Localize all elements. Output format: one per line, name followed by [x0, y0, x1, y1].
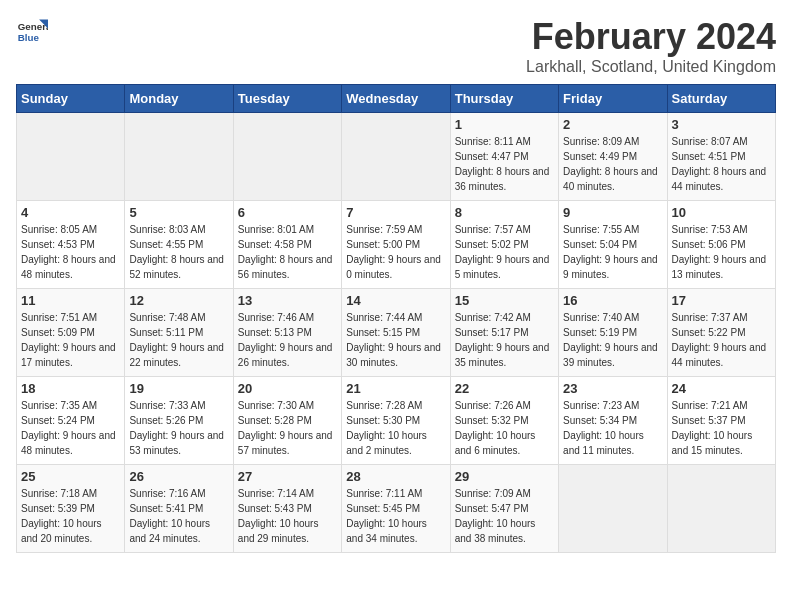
- calendar-day-cell: 26Sunrise: 7:16 AMSunset: 5:41 PMDayligh…: [125, 465, 233, 553]
- title-area: February 2024 Larkhall, Scotland, United…: [526, 16, 776, 76]
- day-info: Sunrise: 7:33 AMSunset: 5:26 PMDaylight:…: [129, 398, 228, 458]
- day-info: Sunrise: 7:11 AMSunset: 5:45 PMDaylight:…: [346, 486, 445, 546]
- calendar-day-cell: [342, 113, 450, 201]
- day-info: Sunrise: 7:55 AMSunset: 5:04 PMDaylight:…: [563, 222, 662, 282]
- day-number: 12: [129, 293, 228, 308]
- day-info: Sunrise: 8:01 AMSunset: 4:58 PMDaylight:…: [238, 222, 337, 282]
- calendar-table: SundayMondayTuesdayWednesdayThursdayFrid…: [16, 84, 776, 553]
- day-info: Sunrise: 7:30 AMSunset: 5:28 PMDaylight:…: [238, 398, 337, 458]
- day-number: 9: [563, 205, 662, 220]
- day-number: 27: [238, 469, 337, 484]
- calendar-day-cell: 8Sunrise: 7:57 AMSunset: 5:02 PMDaylight…: [450, 201, 558, 289]
- day-info: Sunrise: 7:14 AMSunset: 5:43 PMDaylight:…: [238, 486, 337, 546]
- calendar-day-cell: 7Sunrise: 7:59 AMSunset: 5:00 PMDaylight…: [342, 201, 450, 289]
- day-info: Sunrise: 7:35 AMSunset: 5:24 PMDaylight:…: [21, 398, 120, 458]
- calendar-day-cell: 2Sunrise: 8:09 AMSunset: 4:49 PMDaylight…: [559, 113, 667, 201]
- calendar-day-cell: 12Sunrise: 7:48 AMSunset: 5:11 PMDayligh…: [125, 289, 233, 377]
- day-number: 10: [672, 205, 771, 220]
- weekday-header-cell: Thursday: [450, 85, 558, 113]
- day-info: Sunrise: 7:59 AMSunset: 5:00 PMDaylight:…: [346, 222, 445, 282]
- day-number: 13: [238, 293, 337, 308]
- day-number: 14: [346, 293, 445, 308]
- day-info: Sunrise: 7:18 AMSunset: 5:39 PMDaylight:…: [21, 486, 120, 546]
- calendar-day-cell: 5Sunrise: 8:03 AMSunset: 4:55 PMDaylight…: [125, 201, 233, 289]
- weekday-header-cell: Sunday: [17, 85, 125, 113]
- day-info: Sunrise: 7:42 AMSunset: 5:17 PMDaylight:…: [455, 310, 554, 370]
- day-number: 22: [455, 381, 554, 396]
- calendar-day-cell: 22Sunrise: 7:26 AMSunset: 5:32 PMDayligh…: [450, 377, 558, 465]
- day-info: Sunrise: 8:11 AMSunset: 4:47 PMDaylight:…: [455, 134, 554, 194]
- day-number: 8: [455, 205, 554, 220]
- day-number: 19: [129, 381, 228, 396]
- calendar-day-cell: 27Sunrise: 7:14 AMSunset: 5:43 PMDayligh…: [233, 465, 341, 553]
- day-number: 20: [238, 381, 337, 396]
- day-number: 21: [346, 381, 445, 396]
- calendar-subtitle: Larkhall, Scotland, United Kingdom: [526, 58, 776, 76]
- day-number: 16: [563, 293, 662, 308]
- weekday-header-cell: Friday: [559, 85, 667, 113]
- weekday-header-cell: Wednesday: [342, 85, 450, 113]
- calendar-day-cell: 25Sunrise: 7:18 AMSunset: 5:39 PMDayligh…: [17, 465, 125, 553]
- logo-icon: General Blue: [16, 16, 48, 48]
- calendar-day-cell: 16Sunrise: 7:40 AMSunset: 5:19 PMDayligh…: [559, 289, 667, 377]
- svg-text:Blue: Blue: [18, 32, 40, 43]
- day-number: 11: [21, 293, 120, 308]
- calendar-day-cell: 4Sunrise: 8:05 AMSunset: 4:53 PMDaylight…: [17, 201, 125, 289]
- day-info: Sunrise: 7:57 AMSunset: 5:02 PMDaylight:…: [455, 222, 554, 282]
- day-number: 24: [672, 381, 771, 396]
- calendar-day-cell: 18Sunrise: 7:35 AMSunset: 5:24 PMDayligh…: [17, 377, 125, 465]
- calendar-week-row: 4Sunrise: 8:05 AMSunset: 4:53 PMDaylight…: [17, 201, 776, 289]
- calendar-day-cell: 15Sunrise: 7:42 AMSunset: 5:17 PMDayligh…: [450, 289, 558, 377]
- day-number: 4: [21, 205, 120, 220]
- calendar-day-cell: [667, 465, 775, 553]
- day-number: 2: [563, 117, 662, 132]
- day-info: Sunrise: 7:26 AMSunset: 5:32 PMDaylight:…: [455, 398, 554, 458]
- day-info: Sunrise: 7:09 AMSunset: 5:47 PMDaylight:…: [455, 486, 554, 546]
- logo: General Blue: [16, 16, 48, 48]
- calendar-day-cell: 11Sunrise: 7:51 AMSunset: 5:09 PMDayligh…: [17, 289, 125, 377]
- calendar-day-cell: [559, 465, 667, 553]
- day-info: Sunrise: 8:09 AMSunset: 4:49 PMDaylight:…: [563, 134, 662, 194]
- calendar-day-cell: [233, 113, 341, 201]
- day-info: Sunrise: 7:48 AMSunset: 5:11 PMDaylight:…: [129, 310, 228, 370]
- calendar-day-cell: [125, 113, 233, 201]
- day-info: Sunrise: 7:28 AMSunset: 5:30 PMDaylight:…: [346, 398, 445, 458]
- day-info: Sunrise: 7:23 AMSunset: 5:34 PMDaylight:…: [563, 398, 662, 458]
- page-header: General Blue February 2024 Larkhall, Sco…: [16, 16, 776, 76]
- calendar-day-cell: 19Sunrise: 7:33 AMSunset: 5:26 PMDayligh…: [125, 377, 233, 465]
- calendar-day-cell: [17, 113, 125, 201]
- day-number: 18: [21, 381, 120, 396]
- calendar-day-cell: 6Sunrise: 8:01 AMSunset: 4:58 PMDaylight…: [233, 201, 341, 289]
- day-number: 29: [455, 469, 554, 484]
- calendar-day-cell: 21Sunrise: 7:28 AMSunset: 5:30 PMDayligh…: [342, 377, 450, 465]
- calendar-day-cell: 28Sunrise: 7:11 AMSunset: 5:45 PMDayligh…: [342, 465, 450, 553]
- weekday-header-cell: Saturday: [667, 85, 775, 113]
- day-info: Sunrise: 7:21 AMSunset: 5:37 PMDaylight:…: [672, 398, 771, 458]
- day-number: 1: [455, 117, 554, 132]
- calendar-day-cell: 23Sunrise: 7:23 AMSunset: 5:34 PMDayligh…: [559, 377, 667, 465]
- calendar-day-cell: 13Sunrise: 7:46 AMSunset: 5:13 PMDayligh…: [233, 289, 341, 377]
- day-number: 6: [238, 205, 337, 220]
- day-number: 15: [455, 293, 554, 308]
- calendar-header: SundayMondayTuesdayWednesdayThursdayFrid…: [17, 85, 776, 113]
- calendar-day-cell: 24Sunrise: 7:21 AMSunset: 5:37 PMDayligh…: [667, 377, 775, 465]
- day-info: Sunrise: 7:37 AMSunset: 5:22 PMDaylight:…: [672, 310, 771, 370]
- calendar-day-cell: 1Sunrise: 8:11 AMSunset: 4:47 PMDaylight…: [450, 113, 558, 201]
- calendar-week-row: 1Sunrise: 8:11 AMSunset: 4:47 PMDaylight…: [17, 113, 776, 201]
- calendar-day-cell: 3Sunrise: 8:07 AMSunset: 4:51 PMDaylight…: [667, 113, 775, 201]
- day-number: 3: [672, 117, 771, 132]
- day-number: 25: [21, 469, 120, 484]
- day-info: Sunrise: 7:51 AMSunset: 5:09 PMDaylight:…: [21, 310, 120, 370]
- weekday-header-cell: Monday: [125, 85, 233, 113]
- day-info: Sunrise: 7:44 AMSunset: 5:15 PMDaylight:…: [346, 310, 445, 370]
- day-info: Sunrise: 7:16 AMSunset: 5:41 PMDaylight:…: [129, 486, 228, 546]
- calendar-week-row: 25Sunrise: 7:18 AMSunset: 5:39 PMDayligh…: [17, 465, 776, 553]
- calendar-day-cell: 29Sunrise: 7:09 AMSunset: 5:47 PMDayligh…: [450, 465, 558, 553]
- day-number: 7: [346, 205, 445, 220]
- day-info: Sunrise: 7:46 AMSunset: 5:13 PMDaylight:…: [238, 310, 337, 370]
- calendar-day-cell: 9Sunrise: 7:55 AMSunset: 5:04 PMDaylight…: [559, 201, 667, 289]
- day-number: 17: [672, 293, 771, 308]
- calendar-day-cell: 20Sunrise: 7:30 AMSunset: 5:28 PMDayligh…: [233, 377, 341, 465]
- day-number: 28: [346, 469, 445, 484]
- day-info: Sunrise: 8:07 AMSunset: 4:51 PMDaylight:…: [672, 134, 771, 194]
